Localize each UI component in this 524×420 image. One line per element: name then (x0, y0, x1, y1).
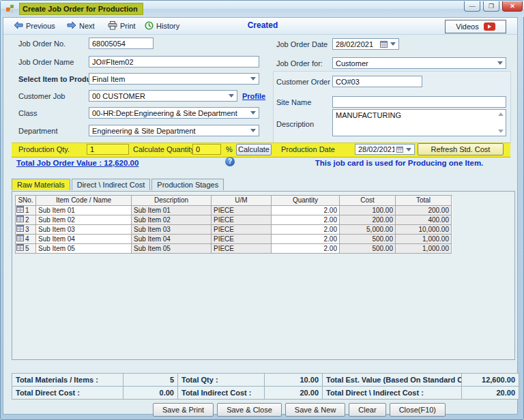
percent-label: % (226, 145, 233, 153)
cell-total[interactable]: 10,000.00 (396, 225, 452, 235)
description-textarea[interactable]: MANUFACTURING (332, 109, 506, 136)
cell-item[interactable]: Sub Item 01 (36, 206, 132, 215)
print-button[interactable]: Print (106, 20, 138, 32)
cell-desc[interactable]: Sub Item 02 (132, 215, 212, 225)
cell-item[interactable]: Sub Item 04 (36, 235, 132, 244)
site-name-input[interactable] (332, 96, 506, 108)
cell-desc[interactable]: Sub Item 01 (132, 206, 212, 215)
cell-total[interactable]: 1,000.00 (396, 235, 452, 244)
production-date-picker[interactable]: 28/02/2021 (355, 144, 415, 155)
scroll-down-icon[interactable] (498, 130, 504, 133)
job-card-note: This job card is used for Producing one … (293, 159, 506, 167)
tab-raw-materials[interactable]: Raw Materials (12, 179, 70, 190)
row-handle-cell[interactable]: 1 (16, 206, 36, 215)
arrow-left-icon (14, 21, 23, 31)
cell-item[interactable]: Sub Item 02 (36, 215, 132, 225)
calculate-button[interactable]: Calculate (236, 144, 272, 155)
history-button[interactable]: History (143, 20, 181, 32)
table-row[interactable]: 5Sub Item 05Sub Item 05PIECE2.00500.001,… (16, 244, 452, 254)
close-button[interactable]: ✕ (502, 1, 523, 12)
select-item-dropdown[interactable]: Final Item (89, 73, 259, 85)
customer-job-dropdown[interactable]: 00 CUSTOMER (89, 90, 237, 102)
grid-col-header[interactable]: Quantity (272, 196, 340, 206)
cell-um[interactable]: PIECE (212, 235, 272, 244)
row-handle-cell[interactable]: 4 (16, 235, 36, 244)
grid-col-header[interactable]: Total (396, 196, 452, 206)
cell-cost[interactable]: 500.00 (340, 244, 396, 254)
table-row[interactable]: 1Sub Item 01Sub Item 01PIECE2.00100.0020… (16, 206, 452, 215)
cell-um[interactable]: PIECE (212, 244, 272, 254)
cell-cost[interactable]: 200.00 (340, 215, 396, 225)
previous-button[interactable]: Previous (12, 20, 57, 32)
job-order-name-label: Job Order Name (18, 58, 74, 66)
row-handle-cell[interactable]: 3 (16, 225, 36, 235)
grid-col-header[interactable]: U/M (212, 196, 272, 206)
production-qty-input[interactable]: 1 (87, 144, 129, 155)
summary-value: 5 (123, 374, 178, 387)
summary-label: Total Direct \ Indirect Cost : (323, 387, 462, 400)
cell-um[interactable]: PIECE (212, 206, 272, 215)
cell-total[interactable]: 400.00 (396, 215, 452, 225)
save-close-button[interactable]: Save & Close (217, 403, 282, 417)
cell-item[interactable]: Sub Item 05 (36, 244, 132, 254)
youtube-icon (484, 22, 495, 31)
row-handle-cell[interactable]: 2 (16, 215, 36, 225)
refresh-std-cost-button[interactable]: Refresh Std. Cost (418, 143, 504, 155)
job-order-name-input[interactable]: JO#FItem02 (89, 56, 259, 68)
row-number: 3 (25, 225, 29, 234)
profile-link[interactable]: Profile (242, 92, 265, 100)
cell-qty[interactable]: 2.00 (272, 206, 340, 215)
total-job-order-value[interactable]: Total Job Order Value : 12,620.00 (16, 159, 139, 167)
window-frame: Create Job Order for Production — ❐ ✕ Pr… (0, 0, 524, 420)
cell-qty[interactable]: 2.00 (272, 235, 340, 244)
row-handle-cell[interactable]: 5 (16, 244, 36, 254)
customer-order-no-input[interactable]: CO#03 (332, 76, 422, 87)
videos-button[interactable]: Videos (445, 20, 506, 33)
grid-col-header[interactable]: Description (132, 196, 212, 206)
raw-materials-grid: SNo.Item Code / NameDescriptionU/MQuanti… (15, 195, 452, 254)
job-order-date-picker[interactable]: 28/02/2021 (332, 38, 399, 50)
grid-col-header[interactable]: Item Code / Name (36, 196, 132, 206)
cell-item[interactable]: Sub Item 03 (36, 225, 132, 235)
cell-um[interactable]: PIECE (212, 225, 272, 235)
table-row[interactable]: 3Sub Item 03Sub Item 03PIECE2.005,000.00… (16, 225, 452, 235)
cell-qty[interactable]: 2.00 (272, 215, 340, 225)
tab-direct-indirect-cost[interactable]: Direct \ Indirect Cost (72, 179, 151, 190)
grid-col-header[interactable]: Cost (340, 196, 396, 206)
save-print-button[interactable]: Save & Print (153, 403, 214, 417)
cell-desc[interactable]: Sub Item 03 (132, 225, 212, 235)
cell-cost[interactable]: 500.00 (340, 235, 396, 244)
class-dropdown[interactable]: 00-HR:Dept:Engineering & Site Department (89, 107, 259, 119)
job-order-for-dropdown[interactable]: Customer (332, 57, 506, 69)
close-f10-button[interactable]: Close(F10) (390, 403, 446, 417)
help-icon[interactable]: ? (225, 157, 235, 166)
cell-qty[interactable]: 2.00 (272, 225, 340, 235)
department-dropdown[interactable]: Engineering & Site Department (89, 125, 259, 136)
cell-um[interactable]: PIECE (212, 215, 272, 225)
summary-label: Total Indirect Cost : (178, 387, 265, 400)
cell-desc[interactable]: Sub Item 05 (132, 244, 212, 254)
minimize-button[interactable]: — (464, 1, 480, 12)
cell-cost[interactable]: 5,000.00 (340, 225, 396, 235)
maximize-button[interactable]: ❐ (483, 1, 499, 12)
cell-qty[interactable]: 2.00 (272, 244, 340, 254)
chevron-down-icon (250, 129, 256, 132)
clear-button[interactable]: Clear (349, 403, 385, 417)
cell-desc[interactable]: Sub Item 04 (132, 235, 212, 244)
previous-label: Previous (26, 22, 55, 30)
job-order-no-input[interactable]: 68005054 (89, 38, 154, 49)
calculate-quantity-input[interactable]: 0 (192, 144, 221, 155)
cell-total[interactable]: 1,000.00 (396, 244, 452, 254)
tab-production-stages[interactable]: Production Stages (151, 179, 224, 190)
cell-total[interactable]: 200.00 (396, 206, 452, 215)
customer-order-no-value: CO#03 (336, 78, 419, 86)
table-row[interactable]: 2Sub Item 02Sub Item 02PIECE2.00200.0040… (16, 215, 452, 225)
table-row[interactable]: 4Sub Item 04Sub Item 04PIECE2.00500.001,… (16, 235, 452, 244)
grid-col-header[interactable]: SNo. (16, 196, 36, 206)
next-button[interactable]: Next (65, 20, 97, 32)
scroll-up-icon[interactable] (498, 112, 504, 116)
cell-cost[interactable]: 100.00 (340, 206, 396, 215)
summary-row: Total Materials / Items :5Total Qty :10.… (12, 374, 519, 387)
save-new-button[interactable]: Save & New (285, 403, 346, 417)
next-label: Next (79, 22, 95, 30)
